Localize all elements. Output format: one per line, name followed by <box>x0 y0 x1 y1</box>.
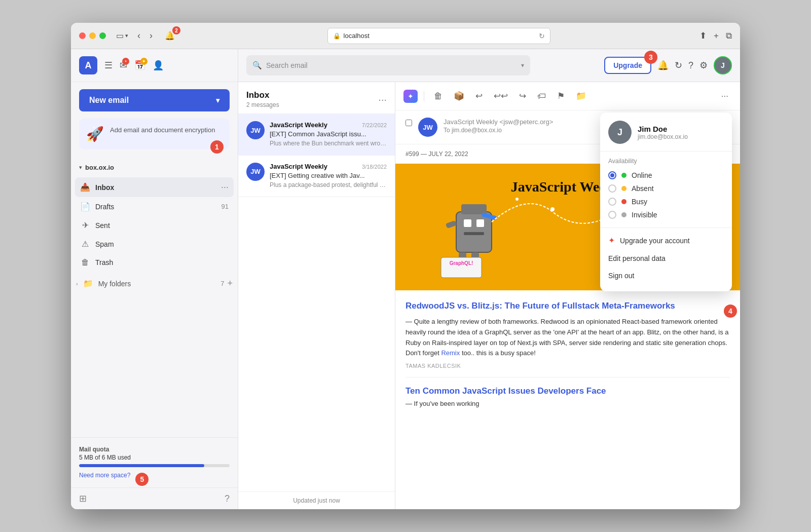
badge-5: 5 <box>135 473 149 486</box>
maximize-button[interactable] <box>99 32 106 39</box>
tabs-button[interactable]: ⧉ <box>726 31 732 41</box>
add-folder-button[interactable]: + <box>227 278 233 289</box>
sidebar-item-inbox[interactable]: 📥 Inbox ··· <box>75 177 234 197</box>
quota-link[interactable]: Need more space? 5 <box>79 472 130 479</box>
account-section: ▾ box.ox.io <box>71 157 238 175</box>
svg-point-23 <box>550 207 555 211</box>
sync-button[interactable]: ↻ <box>675 60 682 71</box>
forward-button[interactable]: › <box>146 28 156 43</box>
encryption-banner[interactable]: 🚀 Add email and document encryption 1 <box>79 119 230 149</box>
account-chevron-icon: ▾ <box>79 164 82 171</box>
upgrade-account-item[interactable]: ✦ Upgrade your account 4 <box>600 231 732 250</box>
badge-1: 1 <box>210 140 224 154</box>
account-name: box.ox.io <box>85 164 114 171</box>
email-content-area: Inbox 2 messages ··· JW JavaScript Weekl… <box>238 82 740 509</box>
sign-out-item[interactable]: Sign out <box>600 267 732 284</box>
folders-row[interactable]: › 📁 My folders 7 + <box>71 274 238 293</box>
availability-busy[interactable]: Busy <box>608 195 724 208</box>
minimize-button[interactable] <box>89 32 96 39</box>
sidebar-item-sent[interactable]: ✈ Sent <box>75 216 234 235</box>
email-select-checkbox[interactable] <box>406 120 412 126</box>
compose-button[interactable]: ✉ • <box>120 60 127 71</box>
archive-button[interactable]: 📦 <box>450 88 468 104</box>
delete-button[interactable]: 🗑 <box>430 89 446 104</box>
inbox-header-info: Inbox 2 messages <box>246 90 279 108</box>
sidebar-toggle-button[interactable]: ▭ ▾ <box>116 31 128 41</box>
reply-button[interactable]: ↩ <box>472 88 486 104</box>
calendar-button[interactable]: 📅 ✦ <box>134 60 145 71</box>
availability-absent[interactable]: Absent <box>608 182 724 195</box>
email-preview: Plus a package-based protest, delightful… <box>270 181 387 189</box>
svg-rect-3 <box>464 219 471 227</box>
search-bar[interactable]: 🔍 Search email ▾ <box>246 55 530 75</box>
drafts-count: 91 <box>222 203 229 210</box>
email-items: JW JavaScript Weekly 7/22/2022 [EXT] Com… <box>238 114 395 491</box>
forward-button[interactable]: ↪ <box>515 88 530 104</box>
url-bar[interactable]: 🔒 localhost ↻ <box>327 28 550 44</box>
sidebar-header: A ☰ ✉ • 📅 ✦ 👤 <box>71 49 238 82</box>
folders-count: 7 <box>220 280 224 287</box>
email-item[interactable]: JW JavaScript Weekly 3/18/2022 [EXT] Get… <box>238 156 395 197</box>
account-row[interactable]: ▾ box.ox.io <box>79 162 230 173</box>
settings-button[interactable]: ⚙ <box>699 60 708 71</box>
more-actions-button[interactable]: ··· <box>718 89 732 104</box>
remix-link[interactable]: Remix <box>441 349 460 357</box>
svg-text:GraphQL!: GraphQL! <box>450 260 473 266</box>
sidebar-item-spam[interactable]: ⚠ Spam <box>75 235 234 253</box>
quota-link-text: Need more space? <box>79 472 130 479</box>
share-button[interactable]: ⬆ <box>699 30 707 41</box>
notification-badge: 2 <box>172 26 180 34</box>
sidebar-item-drafts[interactable]: 📄 Drafts 91 <box>75 197 234 216</box>
availability-invisible[interactable]: Invisible <box>608 208 724 221</box>
email-item-content: JavaScript Weekly 7/22/2022 [EXT] Common… <box>270 121 387 148</box>
email-list-more-button[interactable]: ··· <box>378 94 387 105</box>
upgrade-button[interactable]: Upgrade 3 <box>604 57 651 74</box>
reply-all-button[interactable]: ↩↩ <box>490 88 511 104</box>
reload-button[interactable]: ↻ <box>539 32 545 40</box>
notifications-button[interactable]: 🔔 <box>657 60 669 71</box>
flag-button[interactable]: ⚑ <box>554 88 568 104</box>
email-preview: Plus where the Bun benchmark went wrong,… <box>270 139 387 148</box>
busy-status-dot <box>621 199 626 204</box>
availability-online[interactable]: Online <box>608 169 724 182</box>
email-item[interactable]: JW JavaScript Weekly 7/22/2022 [EXT] Com… <box>238 114 395 156</box>
inbox-more-button[interactable]: ··· <box>221 182 229 193</box>
contacts-button[interactable]: 👤 <box>153 60 164 71</box>
invisible-radio[interactable] <box>608 211 616 219</box>
availability-section: Availability Online Absent <box>600 151 732 228</box>
from-email: <jsw@peterc.org> <box>500 118 554 126</box>
profile-dropdown: J Jim Doe jim.doe@box.ox.io Availability <box>600 112 732 291</box>
app-logo[interactable]: A <box>79 56 97 74</box>
badge-4: 4 <box>724 305 737 318</box>
user-avatar[interactable]: J <box>714 56 732 74</box>
online-radio[interactable] <box>608 171 616 179</box>
busy-radio[interactable] <box>608 198 616 206</box>
help-header-button[interactable]: ? <box>688 60 693 71</box>
sidebar-item-trash[interactable]: 🗑 Trash <box>75 253 234 272</box>
profile-name: Jim Doe <box>638 125 688 133</box>
article-1-title[interactable]: RedwoodJS vs. Blitz.js: The Future of Fu… <box>406 300 730 312</box>
back-button[interactable]: ‹ <box>134 28 143 43</box>
nav-items: 📥 Inbox ··· 📄 Drafts 91 ✈ Sent ⚠ Spam <box>71 175 238 274</box>
ai-assist-button[interactable]: ✦ <box>403 90 418 103</box>
absent-status-dot <box>621 186 626 191</box>
browser-actions: ⬆ + ⧉ <box>699 30 732 41</box>
email-list: Inbox 2 messages ··· JW JavaScript Weekl… <box>238 82 395 509</box>
move-button[interactable]: 📁 <box>572 88 590 104</box>
edit-personal-item[interactable]: Edit personal data <box>600 250 732 267</box>
new-email-button[interactable]: New email ▾ <box>79 89 230 111</box>
article-2-title[interactable]: Ten Common JavaScript Issues Developers … <box>406 386 730 397</box>
layout-button[interactable]: ⊞ <box>79 493 87 504</box>
tags-button[interactable]: 🏷 <box>534 89 549 104</box>
upgrade-account-label: Upgrade your account <box>620 237 690 245</box>
badge-3: 3 <box>644 51 657 64</box>
help-button[interactable]: ? <box>225 493 230 504</box>
absent-radio[interactable] <box>608 184 616 193</box>
new-tab-button[interactable]: + <box>714 31 719 41</box>
folders-label: My folders <box>98 280 218 288</box>
close-button[interactable] <box>79 32 86 39</box>
online-status-dot <box>621 173 626 178</box>
hamburger-menu-button[interactable]: ☰ <box>104 60 113 71</box>
from-name: JavaScript Weekly <box>444 118 498 126</box>
quota-used: 5 MB of 6 MB used <box>79 454 230 461</box>
